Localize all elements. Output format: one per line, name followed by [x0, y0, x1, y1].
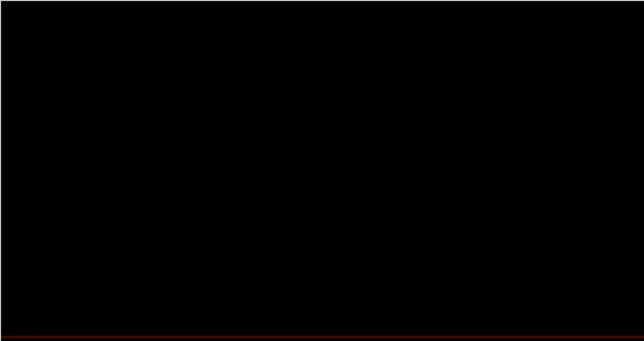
price-panel[interactable]	[1, 1, 613, 187]
rs-panel-title	[3, 197, 9, 204]
trima-value-badge	[616, 73, 644, 82]
window-bottom-edge	[1, 336, 644, 338]
last-price-badge	[613, 31, 644, 41]
rs-value-badge	[613, 204, 644, 213]
price-panel-title	[3, 2, 9, 9]
rs-panel[interactable]	[1, 200, 613, 335]
chart-window	[0, 0, 644, 341]
